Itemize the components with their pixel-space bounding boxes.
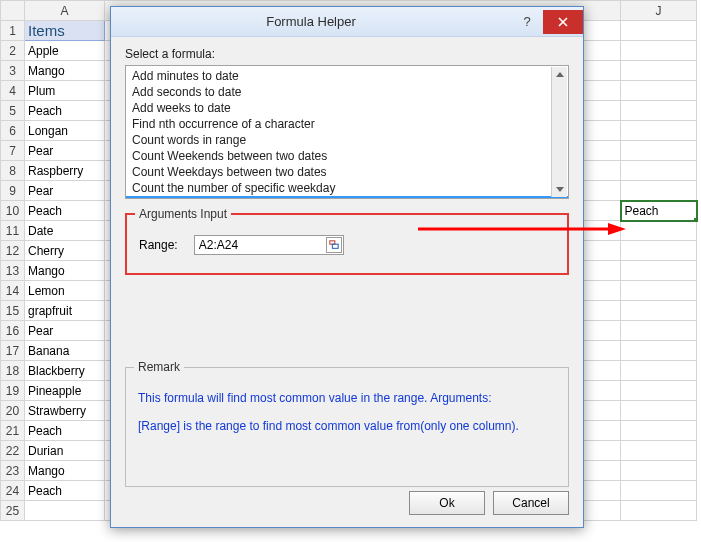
formula-option[interactable]: Count words in range <box>126 132 568 148</box>
remark-line: [Range] is the range to find most common… <box>138 416 556 436</box>
cell[interactable] <box>621 441 697 461</box>
cell[interactable]: Pear <box>25 141 105 161</box>
cell[interactable] <box>621 141 697 161</box>
cell[interactable] <box>621 121 697 141</box>
row-header[interactable]: 22 <box>1 441 25 461</box>
cell[interactable]: Date <box>25 221 105 241</box>
cell[interactable] <box>621 461 697 481</box>
cell[interactable] <box>621 161 697 181</box>
cell[interactable]: Items <box>25 21 105 41</box>
cell[interactable]: grapfruit <box>25 301 105 321</box>
cell[interactable] <box>621 101 697 121</box>
cell[interactable]: Raspberry <box>25 161 105 181</box>
cell[interactable]: Mango <box>25 461 105 481</box>
cell[interactable] <box>621 81 697 101</box>
row-header[interactable]: 12 <box>1 241 25 261</box>
row-header[interactable]: 25 <box>1 501 25 521</box>
row-header[interactable]: 10 <box>1 201 25 221</box>
range-input[interactable] <box>194 235 344 255</box>
close-button[interactable] <box>543 10 583 34</box>
formula-option[interactable]: Add minutes to date <box>126 68 568 84</box>
cell[interactable] <box>621 421 697 441</box>
cell[interactable]: Pear <box>25 321 105 341</box>
refedit-button[interactable] <box>326 237 342 253</box>
row-header[interactable]: 13 <box>1 261 25 281</box>
cell[interactable]: Durian <box>25 441 105 461</box>
row-header[interactable]: 23 <box>1 461 25 481</box>
cell[interactable] <box>621 381 697 401</box>
row-header[interactable]: 2 <box>1 41 25 61</box>
row-header[interactable]: 15 <box>1 301 25 321</box>
row-header[interactable]: 11 <box>1 221 25 241</box>
row-header[interactable]: 9 <box>1 181 25 201</box>
formula-option[interactable]: Count Weekends between two dates <box>126 148 568 164</box>
cell[interactable]: Peach <box>25 421 105 441</box>
cell[interactable] <box>621 241 697 261</box>
select-all-corner[interactable] <box>1 1 25 21</box>
cell[interactable]: Plum <box>25 81 105 101</box>
formula-option[interactable]: Count Weekdays between two dates <box>126 164 568 180</box>
row-header[interactable]: 16 <box>1 321 25 341</box>
cell[interactable]: Mango <box>25 261 105 281</box>
cell[interactable] <box>621 361 697 381</box>
row-header[interactable]: 3 <box>1 61 25 81</box>
cell[interactable]: Peach <box>621 201 697 221</box>
cell[interactable] <box>621 321 697 341</box>
cell[interactable] <box>621 481 697 501</box>
cell[interactable]: Pineapple <box>25 381 105 401</box>
cell[interactable] <box>621 301 697 321</box>
cell[interactable]: Lemon <box>25 281 105 301</box>
cell[interactable]: Blackberry <box>25 361 105 381</box>
formula-option[interactable]: Count the number of specific weekday <box>126 180 568 196</box>
row-header[interactable]: 6 <box>1 121 25 141</box>
cell[interactable] <box>621 181 697 201</box>
col-header-J[interactable]: J <box>621 1 697 21</box>
row-header[interactable]: 7 <box>1 141 25 161</box>
svg-rect-1 <box>332 244 338 248</box>
row-header[interactable]: 20 <box>1 401 25 421</box>
cell[interactable]: Peach <box>25 101 105 121</box>
cell[interactable]: Cherry <box>25 241 105 261</box>
row-header[interactable]: 18 <box>1 361 25 381</box>
row-header[interactable]: 8 <box>1 161 25 181</box>
cell[interactable]: Mango <box>25 61 105 81</box>
cell[interactable] <box>621 341 697 361</box>
cell[interactable]: Longan <box>25 121 105 141</box>
formula-option[interactable]: Find most common value <box>126 196 568 199</box>
row-header[interactable]: 1 <box>1 21 25 41</box>
cell[interactable] <box>25 501 105 521</box>
row-header[interactable]: 24 <box>1 481 25 501</box>
cell[interactable] <box>621 261 697 281</box>
refedit-icon <box>329 240 339 250</box>
formula-option[interactable]: Add seconds to date <box>126 84 568 100</box>
help-button[interactable]: ? <box>511 10 543 34</box>
col-header-A[interactable]: A <box>25 1 105 21</box>
ok-button[interactable]: Ok <box>409 491 485 515</box>
cancel-button[interactable]: Cancel <box>493 491 569 515</box>
cell[interactable]: Apple <box>25 41 105 61</box>
cell[interactable] <box>621 401 697 421</box>
row-header[interactable]: 5 <box>1 101 25 121</box>
dialog-titlebar[interactable]: Formula Helper ? <box>111 7 583 37</box>
row-header[interactable]: 19 <box>1 381 25 401</box>
cell[interactable]: Pear <box>25 181 105 201</box>
cell[interactable]: Banana <box>25 341 105 361</box>
cell[interactable] <box>621 501 697 521</box>
row-header[interactable]: 14 <box>1 281 25 301</box>
cell[interactable] <box>621 21 697 41</box>
cell[interactable]: Strawberry <box>25 401 105 421</box>
row-header[interactable]: 21 <box>1 421 25 441</box>
formula-listbox[interactable]: Add minutes to dateAdd seconds to dateAd… <box>125 65 569 199</box>
formula-option[interactable]: Find nth occurrence of a character <box>126 116 568 132</box>
cell[interactable] <box>621 221 697 241</box>
arguments-legend: Arguments Input <box>135 207 231 221</box>
cell[interactable] <box>621 41 697 61</box>
cell[interactable]: Peach <box>25 201 105 221</box>
cell[interactable] <box>621 281 697 301</box>
formula-option[interactable]: Add weeks to date <box>126 100 568 116</box>
row-header[interactable]: 17 <box>1 341 25 361</box>
listbox-scrollbar[interactable] <box>551 67 567 197</box>
row-header[interactable]: 4 <box>1 81 25 101</box>
cell[interactable] <box>621 61 697 81</box>
cell[interactable]: Peach <box>25 481 105 501</box>
